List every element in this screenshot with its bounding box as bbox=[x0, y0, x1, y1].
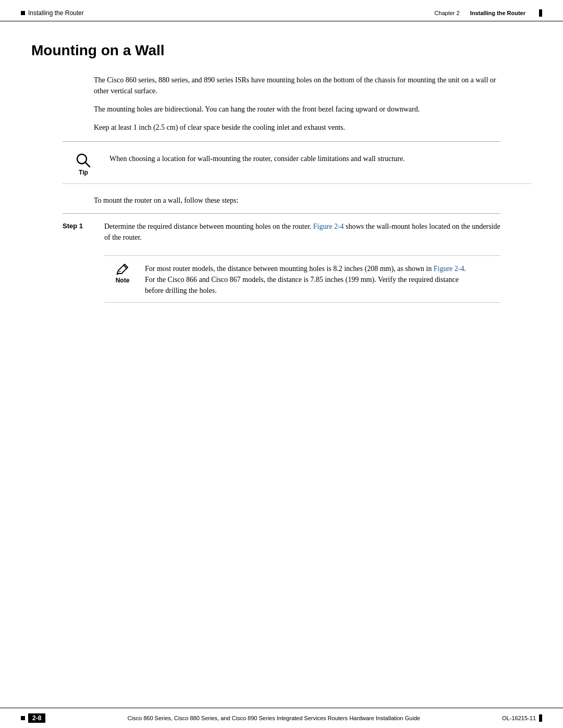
footer-right: OL-16215-11 bbox=[502, 714, 542, 722]
tip-label: Tip bbox=[79, 169, 88, 176]
body-paragraph-2: The mounting holes are bidirectional. Yo… bbox=[94, 104, 500, 115]
footer-center-text: Cisco 860 Series, Cisco 880 Series, and … bbox=[56, 715, 492, 721]
header-left: Installing the Router bbox=[21, 9, 84, 17]
footer-rule-icon bbox=[539, 714, 542, 722]
step-1-label: Step 1 bbox=[63, 221, 104, 230]
footer-left: 2-8 bbox=[21, 713, 45, 723]
step-1-row: Step 1 Determine the required distance b… bbox=[63, 221, 500, 248]
step-1-figure-link[interactable]: Figure 2-4 bbox=[313, 223, 344, 230]
note-text-before: For most router models, the distance bet… bbox=[145, 265, 434, 273]
body-paragraph-1: The Cisco 860 series, 880 series, and 89… bbox=[94, 75, 500, 96]
note-pencil-icon bbox=[115, 262, 130, 277]
steps-intro: To mount the router on a wall, follow th… bbox=[94, 196, 532, 205]
header-rule-icon bbox=[539, 9, 542, 17]
svg-line-1 bbox=[85, 163, 90, 167]
section-title: Mounting on a Wall bbox=[31, 42, 532, 59]
tip-container: Tip When choosing a location for wall-mo… bbox=[63, 152, 532, 184]
header-left-label: Installing the Router bbox=[28, 9, 84, 17]
footer-right-label: OL-16215-11 bbox=[502, 715, 536, 721]
note-label: Note bbox=[116, 277, 130, 284]
step-1-text-before: Determine the required distance between … bbox=[104, 223, 313, 230]
tip-divider-top bbox=[63, 141, 500, 142]
header-right-title: Installing the Router bbox=[470, 10, 525, 16]
step-1-content: Determine the required distance between … bbox=[104, 221, 500, 243]
page-header: Installing the Router Chapter 2 Installi… bbox=[0, 0, 563, 21]
page: Installing the Router Chapter 2 Installi… bbox=[0, 0, 563, 728]
tip-icon-area: Tip bbox=[63, 152, 104, 176]
step-divider-1 bbox=[63, 213, 500, 214]
note-figure-link[interactable]: Figure 2-4 bbox=[434, 265, 464, 273]
tip-text: When choosing a location for wall-mounti… bbox=[109, 152, 500, 164]
magnifier-icon bbox=[75, 152, 92, 169]
header-square-icon bbox=[21, 11, 25, 15]
footer-page-number: 2-8 bbox=[28, 713, 45, 723]
footer-square-icon bbox=[21, 716, 25, 720]
note-icon-area: Note bbox=[104, 262, 141, 284]
body-paragraph-3: Keep at least 1 inch (2.5 cm) of clear s… bbox=[94, 122, 500, 133]
note-container: Note For most router models, the distanc… bbox=[104, 255, 500, 303]
main-content: Mounting on a Wall The Cisco 860 series,… bbox=[0, 21, 563, 728]
header-right: Chapter 2 Installing the Router bbox=[434, 9, 542, 17]
page-footer: 2-8 Cisco 860 Series, Cisco 880 Series, … bbox=[0, 708, 563, 728]
note-text: For most router models, the distance bet… bbox=[145, 262, 469, 296]
header-chapter: Chapter 2 bbox=[434, 10, 459, 16]
